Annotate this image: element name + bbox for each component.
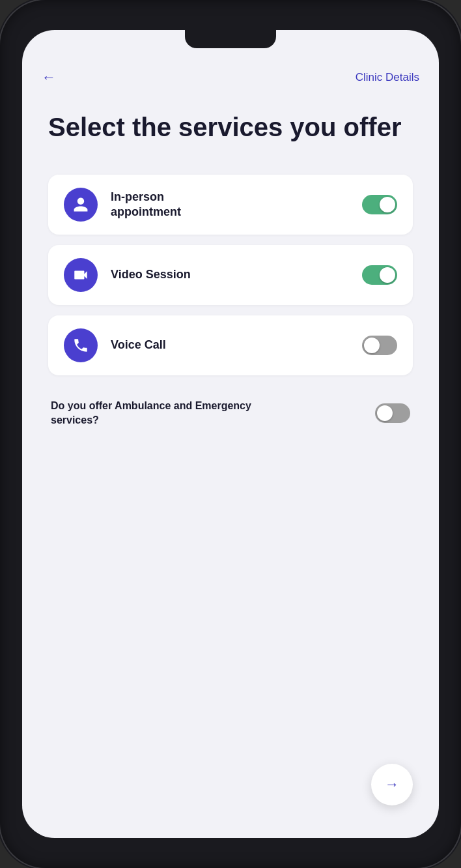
back-button[interactable]: ←: [42, 69, 56, 86]
video-toggle[interactable]: [362, 265, 397, 285]
ambulance-label: Do you offer Ambulance and Emergency ser…: [51, 399, 259, 428]
video-label: Video Session: [111, 267, 362, 282]
page-title: Select the services you offer: [48, 112, 413, 142]
next-arrow-icon: →: [385, 776, 399, 793]
service-card-in-person: In-personappointment: [48, 175, 413, 235]
phone-icon: [72, 337, 89, 354]
video-icon: [72, 267, 89, 283]
in-person-toggle-thumb: [380, 197, 395, 212]
ambulance-toggle[interactable]: [375, 403, 410, 423]
phone-screen: ← Clinic Details Select the services you…: [22, 30, 439, 838]
header: ← Clinic Details: [22, 63, 439, 93]
in-person-label: In-personappointment: [111, 190, 362, 220]
voice-toggle[interactable]: [362, 336, 397, 355]
phone-frame: ← Clinic Details Select the services you…: [0, 0, 461, 868]
voice-icon-bg: [64, 328, 98, 362]
status-bar: [22, 30, 439, 63]
header-title: Clinic Details: [356, 71, 419, 84]
video-icon-bg: [64, 258, 98, 292]
next-button[interactable]: →: [371, 764, 413, 805]
video-toggle-thumb: [380, 267, 395, 283]
ambulance-section: Do you offer Ambulance and Emergency ser…: [48, 386, 413, 441]
person-icon: [72, 196, 89, 213]
voice-label: Voice Call: [111, 338, 362, 353]
service-card-voice: Voice Call: [48, 315, 413, 375]
in-person-toggle[interactable]: [362, 195, 397, 214]
in-person-icon-bg: [64, 188, 98, 222]
service-card-video: Video Session: [48, 245, 413, 305]
voice-toggle-thumb: [364, 338, 380, 353]
main-content: Select the services you offer In-persona…: [22, 93, 439, 838]
notch: [185, 30, 276, 48]
